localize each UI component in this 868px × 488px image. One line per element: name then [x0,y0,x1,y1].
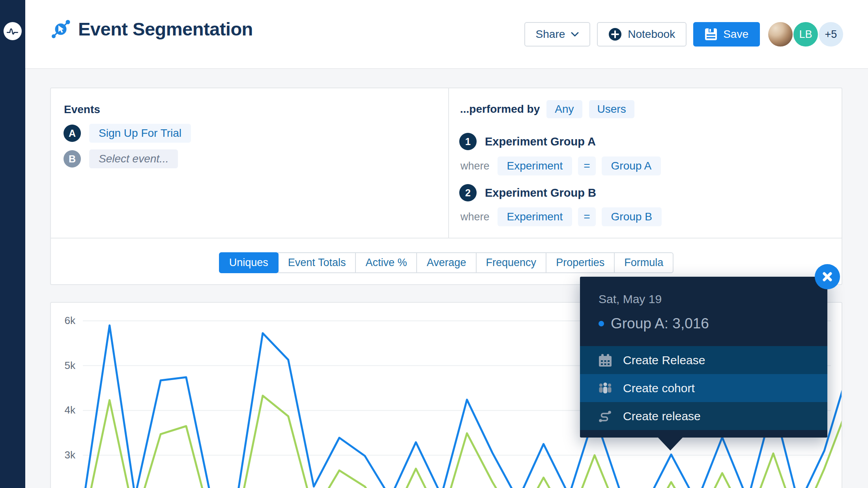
menu-item-create-cohort[interactable]: Create cohort [580,374,827,402]
calendar-icon [598,354,612,367]
tab-average[interactable]: Average [416,252,476,273]
share-button[interactable]: Share [524,22,591,47]
where-value-chip[interactable]: Group A [602,156,661,175]
page-title: Event Segmentation [78,18,253,40]
where-property-chip[interactable]: Experiment [498,207,572,226]
events-panel-title: Events [64,103,100,116]
menu-item-create-release-cal[interactable]: Create Release [580,346,827,374]
segment-2-where-clause: where Experiment = Group B [460,207,662,226]
amplitude-logo-icon [6,24,19,38]
tooltip-menu: Create Release Create cohort Create [580,346,827,430]
performed-by-label: ...performed by [460,103,540,115]
notebook-button-label: Notebook [628,28,675,41]
tab-properties[interactable]: Properties [546,252,615,273]
menu-item-label: Create cohort [623,382,695,395]
avatar-initials[interactable]: LB [793,22,818,47]
save-button-label: Save [723,28,748,41]
save-icon [705,28,717,41]
tab-formula[interactable]: Formula [614,252,673,273]
segment-1-where-clause: where Experiment = Group A [460,156,661,175]
series-color-dot [599,321,604,326]
segment-name[interactable]: Experiment Group A [485,135,596,148]
notebook-button[interactable]: Notebook [597,22,687,47]
tooltip-close-button[interactable] [815,264,840,289]
tooltip-date: Sat, May 19 [599,292,662,306]
performed-by-panel: ...performed by Any Users 1 Experiment G… [448,88,842,238]
left-nav-sidebar [0,0,25,488]
top-bar: Event Segmentation Share Notebook [25,0,868,69]
plus-circle-icon [608,28,622,41]
release-route-icon [598,410,612,423]
event-segmentation-icon [51,19,71,39]
event-select-a[interactable]: Sign Up For Trial [89,124,191,143]
where-operator-chip[interactable]: = [578,207,595,226]
menu-item-label: Create release [623,410,701,423]
where-label: where [460,211,490,223]
where-value-chip[interactable]: Group B [602,207,662,226]
avatar-photo[interactable] [768,22,793,47]
tab-uniques[interactable]: Uniques [219,252,279,273]
event-select-b-placeholder[interactable]: Select event... [89,149,178,168]
metric-tabs: Uniques Event Totals Active % Average Fr… [51,252,842,273]
segment-number-badge: 1 [459,133,477,150]
event-row-b: B Select event... [64,149,178,168]
close-icon [821,271,833,283]
event-letter-badge: A [64,125,81,142]
tooltip-value: Group A: 3,016 [611,315,709,332]
menu-item-label: Create Release [623,354,705,367]
segment-number-badge: 2 [459,184,477,201]
segment-group-2: 2 Experiment Group B [459,184,596,201]
event-letter-badge: B [64,150,81,168]
segment-group-1: 1 Experiment Group A [459,133,596,150]
amplitude-logo[interactable] [4,22,22,40]
tab-active-pct[interactable]: Active % [355,252,417,273]
tab-event-totals[interactable]: Event Totals [278,252,356,273]
chart-point-tooltip: Sat, May 19 Group A: 3,016 Create Releas… [580,277,827,438]
where-property-chip[interactable]: Experiment [498,156,572,175]
menu-item-create-release[interactable]: Create release [580,402,827,430]
tab-frequency[interactable]: Frequency [476,252,547,273]
chevron-down-icon [571,32,579,37]
cohort-icon [598,382,612,395]
performed-by-users-chip[interactable]: Users [589,100,634,118]
segment-name[interactable]: Experiment Group B [485,186,596,199]
collaborator-avatars: LB +5 [767,22,843,47]
save-button[interactable]: Save [693,22,760,47]
tooltip-arrow [657,437,683,451]
tooltip-header: Sat, May 19 Group A: 3,016 [580,277,827,346]
where-label: where [460,160,490,172]
events-panel: Events A Sign Up For Trial B Select even… [51,88,448,238]
share-button-label: Share [536,28,565,41]
performed-by-any-chip[interactable]: Any [546,100,582,118]
avatar-overflow-badge[interactable]: +5 [819,22,843,47]
where-operator-chip[interactable]: = [578,156,595,175]
query-builder-card: Events A Sign Up For Trial B Select even… [50,88,842,285]
event-row-a: A Sign Up For Trial [64,124,191,143]
card-divider [51,238,842,238]
